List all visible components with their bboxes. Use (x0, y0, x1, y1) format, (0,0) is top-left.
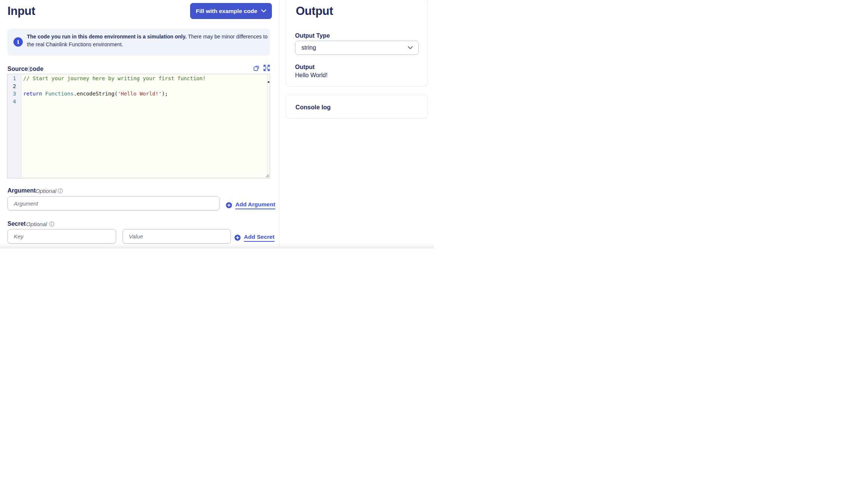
secret-info-icon[interactable] (49, 221, 55, 227)
argument-info-icon[interactable] (58, 188, 63, 194)
expand-editor-icon[interactable] (263, 64, 270, 72)
source-code-editor[interactable]: 1234 // Start your journey here by writi… (7, 74, 270, 178)
output-result-label: Output (295, 64, 314, 71)
code-gutter: 1234 (7, 74, 22, 178)
banner-line-2: the real Chainlink Functions environment… (27, 41, 267, 49)
panel-divider (279, 0, 279, 248)
argument-input[interactable] (7, 196, 220, 210)
secret-value-input[interactable] (123, 229, 231, 244)
source-code-info-icon[interactable] (27, 66, 33, 72)
code-lines[interactable]: // Start your journey here by writing yo… (22, 74, 270, 178)
plus-circle-icon (235, 235, 241, 241)
argument-label: Argument (7, 187, 36, 194)
secret-label: Secret (7, 221, 26, 227)
fill-button-label: Fill with example code (196, 8, 257, 15)
banner-line-1: The code you run in this demo environmen… (27, 33, 267, 41)
banner-text: The code you run in this demo environmen… (27, 33, 267, 48)
plus-circle-icon (226, 202, 232, 208)
console-log-label: Console log (295, 104, 331, 111)
functions-playground-page: Input Fill with example code i The code … (0, 0, 434, 248)
info-circle-icon: i (13, 37, 23, 47)
editor-scrollbar-track (267, 75, 268, 178)
editor-resize-handle[interactable] (265, 173, 269, 178)
secret-optional-label: Optional (26, 221, 47, 227)
source-code-label: Source code (7, 66, 43, 72)
simulation-info-banner: i The code you run in this demo environm… (7, 29, 270, 56)
output-type-select[interactable]: string (295, 41, 419, 55)
output-result-value: Hello World! (295, 72, 328, 79)
chevron-down-icon (407, 46, 413, 50)
fill-with-example-code-button[interactable]: Fill with example code (190, 3, 272, 19)
chevron-down-icon (261, 9, 266, 13)
add-argument-button[interactable]: Add Argument (226, 201, 275, 209)
add-secret-label: Add Secret (244, 234, 275, 242)
bottom-fade (0, 244, 434, 248)
argument-optional-label: Optional (35, 188, 56, 194)
input-panel-title: Input (7, 4, 35, 18)
output-type-value: string (301, 44, 407, 51)
secret-key-input[interactable] (7, 229, 116, 244)
console-log-card: Console log (286, 95, 428, 119)
add-secret-button[interactable]: Add Secret (235, 234, 275, 242)
copy-code-icon[interactable] (253, 65, 260, 71)
output-panel-title: Output (296, 4, 333, 18)
add-argument-label: Add Argument (235, 201, 275, 209)
output-type-label: Output Type (295, 32, 330, 39)
editor-scrollbar-thumb[interactable] (268, 81, 269, 83)
